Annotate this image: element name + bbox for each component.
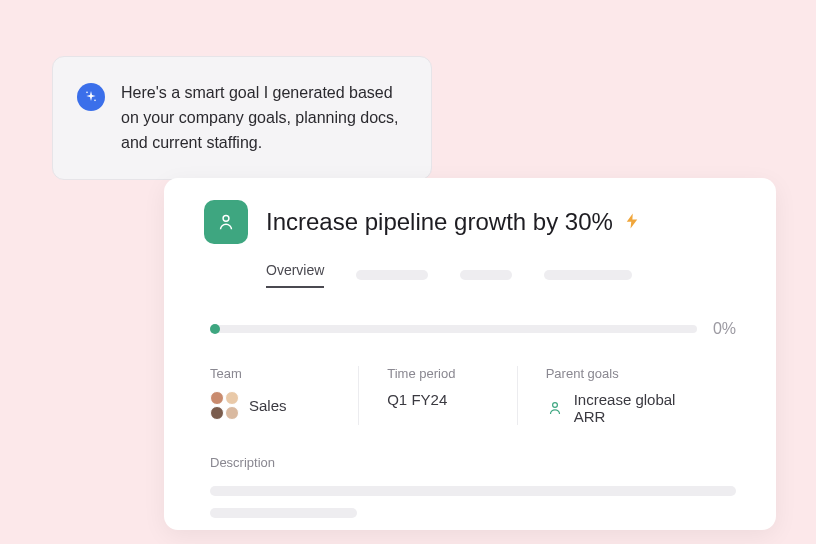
tab-overview[interactable]: Overview	[266, 262, 324, 288]
person-icon	[546, 399, 564, 417]
progress-bar[interactable]	[210, 325, 697, 333]
meta-team: Team Sales	[210, 366, 358, 425]
goal-card: Increase pipeline growth by 30% Overview…	[164, 178, 776, 530]
description-placeholder	[210, 508, 357, 518]
description-section: Description	[164, 425, 776, 518]
meta-parent-goals: Parent goals Increase global ARR	[517, 366, 736, 425]
team-name: Sales	[249, 397, 287, 414]
meta-time-period: Time period Q1 FY24	[358, 366, 516, 425]
tab-placeholder	[356, 270, 428, 280]
meta-team-value[interactable]: Sales	[210, 391, 330, 420]
svg-point-3	[552, 403, 557, 408]
sparkle-icon	[77, 83, 105, 111]
tabs: Overview	[164, 244, 776, 288]
meta-parent-value[interactable]: Increase global ARR	[546, 391, 708, 425]
goal-header: Increase pipeline growth by 30%	[164, 200, 776, 244]
goal-title: Increase pipeline growth by 30%	[266, 208, 641, 236]
svg-point-0	[86, 92, 88, 94]
description-label: Description	[210, 455, 736, 470]
ai-suggestion-card: Here's a smart goal I generated based on…	[52, 56, 432, 180]
tab-placeholder	[544, 270, 632, 280]
meta-time-value[interactable]: Q1 FY24	[387, 391, 488, 408]
meta-row: Team Sales Time period Q1 FY24 Parent go…	[164, 338, 776, 425]
progress-fill	[210, 324, 220, 334]
goal-type-icon	[204, 200, 248, 244]
progress-percent: 0%	[713, 320, 736, 338]
lightning-icon	[623, 208, 641, 236]
description-placeholder	[210, 486, 736, 496]
meta-time-label: Time period	[387, 366, 488, 381]
svg-point-1	[94, 100, 96, 102]
svg-point-2	[223, 215, 229, 221]
progress-section: 0%	[164, 288, 776, 338]
team-avatars	[210, 391, 239, 420]
tab-placeholder	[460, 270, 512, 280]
goal-title-text: Increase pipeline growth by 30%	[266, 208, 613, 236]
meta-team-label: Team	[210, 366, 330, 381]
meta-parent-label: Parent goals	[546, 366, 708, 381]
ai-suggestion-text: Here's a smart goal I generated based on…	[121, 81, 407, 155]
